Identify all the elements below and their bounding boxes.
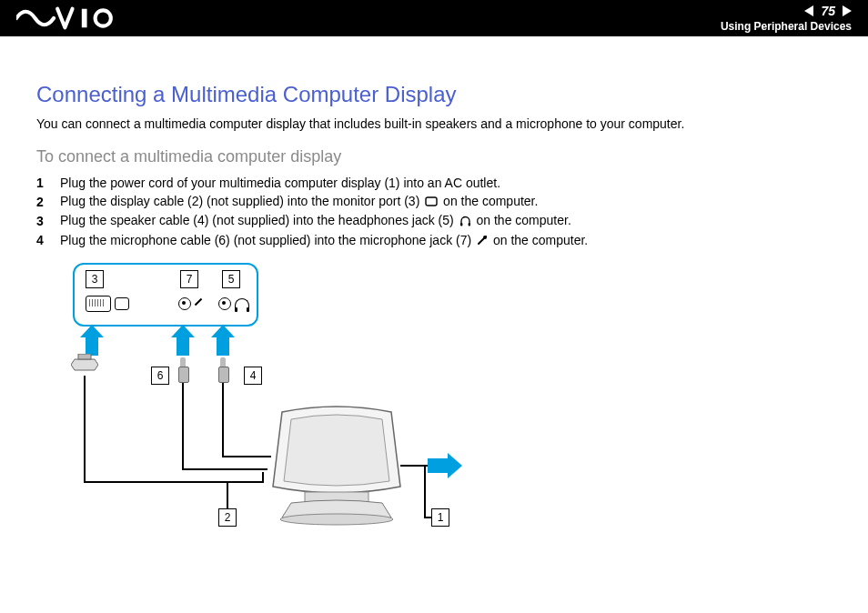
audio-plug-icon [218, 357, 227, 383]
callout-2: 2 [218, 508, 237, 527]
svg-rect-2 [426, 197, 437, 206]
computer-port-panel: 3 7 5 [73, 263, 258, 327]
step-number: 3 [36, 214, 45, 228]
step-1: 1 Plug the power cord of your multimedia… [36, 176, 832, 190]
callout-1-leader [424, 517, 431, 518]
prev-page-arrow[interactable] [804, 5, 813, 16]
page-number: 75 [819, 4, 837, 18]
callout-6: 6 [151, 367, 169, 385]
vga-port-icon [86, 296, 111, 312]
audio-plug-icon [178, 357, 187, 383]
step-number: 2 [36, 195, 45, 209]
arrow-up-icon [177, 336, 189, 356]
headphones-icon [459, 215, 471, 229]
callout-7: 7 [180, 270, 198, 288]
step-2: 2 Plug the display cable (2) (not suppli… [36, 194, 832, 209]
monitor-port-icon [425, 195, 438, 209]
vaio-logo [16, 5, 116, 35]
monitor-port-small-icon [115, 297, 129, 310]
step-number: 4 [36, 233, 45, 247]
callout-5: 5 [222, 270, 240, 288]
header-bar: 75 Using Peripheral Devices [0, 0, 868, 36]
svg-marker-7 [71, 359, 98, 370]
step-number: 1 [36, 176, 45, 190]
callout-2-leader [227, 483, 228, 508]
arrow-up-icon [217, 336, 229, 356]
display-cable [84, 481, 264, 483]
svg-point-10 [280, 514, 393, 525]
header-nav: 75 Using Peripheral Devices [721, 4, 852, 33]
multimedia-display-icon [255, 399, 419, 527]
arrow-up-icon [86, 336, 98, 356]
svg-rect-0 [82, 9, 87, 28]
step-text: Plug the speaker cable (4) (not supplied… [60, 213, 571, 228]
svg-point-1 [96, 10, 111, 25]
callout-3: 3 [86, 270, 104, 288]
page-content: Connecting a Multimedia Computer Display… [0, 36, 868, 554]
mic-cable [182, 383, 184, 470]
headphone-jack-icon [218, 297, 231, 310]
page-title: Connecting a Multimedia Computer Display [36, 82, 832, 107]
power-cord [400, 465, 428, 467]
vga-plug-icon [71, 354, 98, 376]
step-3: 3 Plug the speaker cable (4) (not suppli… [36, 213, 832, 228]
step-text: Plug the power cord of your multimedia c… [60, 176, 500, 190]
svg-point-6 [483, 236, 487, 239]
callout-1: 1 [431, 508, 449, 527]
svg-rect-4 [468, 223, 469, 226]
svg-rect-8 [78, 354, 91, 359]
connection-diagram: 3 7 5 6 4 [64, 263, 537, 536]
callout-1-leader [424, 465, 426, 518]
headphones-symbol-icon [235, 298, 249, 310]
step-text: Plug the microphone cable (6) (not suppl… [60, 233, 588, 248]
callout-4: 4 [244, 367, 262, 385]
section-title: Using Peripheral Devices [721, 20, 852, 33]
display-cable [84, 376, 86, 483]
microphone-icon [477, 234, 488, 248]
step-4: 4 Plug the microphone cable (6) (not sup… [36, 233, 832, 248]
mic-jack-icon [178, 297, 191, 310]
intro-text: You can connect a multimedia computer di… [36, 116, 832, 131]
vaio-logo-svg [16, 5, 116, 31]
svg-rect-3 [460, 223, 462, 226]
next-page-arrow[interactable] [843, 5, 852, 16]
mic-symbol-icon [194, 297, 203, 308]
step-text: Plug the display cable (2) (not supplied… [60, 194, 538, 209]
procedure-heading: To connect a multimedia computer display [36, 147, 832, 166]
arrow-right-icon [428, 458, 449, 473]
procedure-steps: 1 Plug the power cord of your multimedia… [36, 176, 832, 248]
speaker-cable [222, 383, 224, 457]
